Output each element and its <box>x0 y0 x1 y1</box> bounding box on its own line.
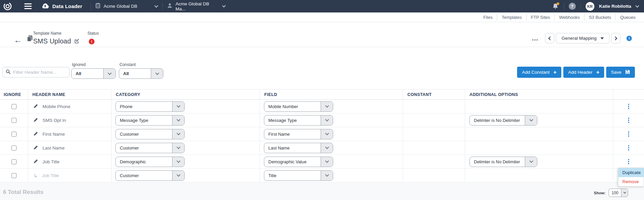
chevron-down-icon <box>172 171 184 180</box>
nav-link-s3-buckets[interactable]: S3 Buckets <box>584 14 616 21</box>
constant-cell <box>403 141 465 155</box>
field-select[interactable]: Message Type <box>264 115 333 126</box>
row-checkbox[interactable] <box>11 118 17 123</box>
chevron-down-icon <box>172 115 184 125</box>
chevron-down-icon <box>321 129 333 139</box>
field-select[interactable]: First Name <box>264 129 333 139</box>
row-checkbox[interactable] <box>11 104 17 109</box>
constant-filter-select[interactable]: All <box>119 68 163 79</box>
row-checkbox[interactable] <box>11 145 17 151</box>
chevron-down-icon <box>321 143 333 153</box>
more-options-icon[interactable]: ... <box>532 35 538 41</box>
nav-link-templates[interactable]: Templates <box>497 14 526 21</box>
row-checkbox[interactable] <box>11 132 17 137</box>
header-filter-search[interactable] <box>2 67 70 77</box>
database-icon <box>96 3 100 10</box>
chevron-down-icon <box>621 189 628 197</box>
category-value: Customer <box>116 132 143 137</box>
category-select[interactable]: Customer <box>115 129 185 139</box>
chevron-down-icon[interactable] <box>635 4 639 7</box>
category-select[interactable]: Demographic <box>115 157 185 167</box>
page-size-select[interactable]: 100 <box>609 189 628 197</box>
pencil-icon[interactable] <box>33 104 38 109</box>
search-input[interactable] <box>13 70 64 75</box>
row-menu-kebab-icon[interactable] <box>627 144 631 152</box>
database-selector[interactable]: Acme Global DB <box>91 0 162 12</box>
divider <box>564 3 564 10</box>
header-name: Job Title <box>42 173 59 178</box>
delimiter-value: Delimter is No Delimiter <box>470 159 524 164</box>
previous-mapping-button[interactable] <box>545 33 554 43</box>
user-avatar[interactable]: KR <box>586 2 594 11</box>
notifications-bell-icon[interactable] <box>552 3 559 10</box>
next-mapping-button[interactable] <box>611 33 620 43</box>
mapping-section-value: General Mapping <box>562 36 597 41</box>
save-button[interactable]: Save <box>606 67 635 78</box>
table-header-row: IGNORE HEADER NAME CATEGORY FIELD CONSTA… <box>0 89 644 100</box>
constant-cell <box>403 169 465 182</box>
copy-template-icon[interactable] <box>27 35 33 43</box>
column-header-ignore: IGNORE <box>0 90 28 99</box>
app-logo-icon[interactable] <box>3 2 12 11</box>
add-header-label: Add Header <box>568 70 592 75</box>
row-menu-kebab-icon[interactable] <box>627 130 631 138</box>
field-select[interactable]: Mobile Number <box>264 101 333 112</box>
context-menu-remove[interactable]: Remove <box>618 177 644 186</box>
back-button[interactable]: ← <box>14 36 22 44</box>
table-row: Mobile Phone Phone Mobile Number <box>0 100 644 113</box>
context-menu-duplicate[interactable]: Duplicate <box>618 168 644 177</box>
add-header-button[interactable]: Add Header + <box>563 67 604 78</box>
add-constant-label: Add Constant <box>522 70 549 75</box>
category-select[interactable]: Customer <box>115 170 185 181</box>
mapping-selector[interactable]: Acme Global DB Ma... <box>163 0 230 12</box>
add-constant-button[interactable]: Add Constant + <box>517 67 561 78</box>
field-select[interactable]: Last Name <box>264 143 333 153</box>
header-name: First Name <box>43 132 65 137</box>
delimiter-select[interactable]: Delimter is No Delimiter <box>469 157 537 167</box>
mapping-section-dropdown[interactable]: General Mapping <box>556 33 610 43</box>
additional-options-cell <box>465 169 613 182</box>
pencil-icon[interactable] <box>33 118 38 123</box>
category-value: Phone <box>116 104 137 109</box>
field-select[interactable]: Title <box>264 170 333 181</box>
help-icon[interactable]: ? <box>569 3 576 10</box>
row-checkbox[interactable] <box>11 173 17 178</box>
pencil-icon[interactable] <box>33 145 38 151</box>
plus-icon: + <box>596 69 599 75</box>
pencil-icon[interactable] <box>33 131 38 137</box>
edit-template-name-icon[interactable] <box>74 38 79 45</box>
pencil-icon[interactable] <box>33 159 38 165</box>
chevron-down-icon <box>222 4 226 7</box>
constant-cell <box>403 155 465 168</box>
total-results: 6 Total Results <box>3 189 44 196</box>
delimiter-select[interactable]: Delimter is No Delimiter <box>469 115 537 126</box>
constant-filter-label: Constant <box>119 62 163 67</box>
row-checkbox[interactable] <box>11 159 17 164</box>
ignored-filter-select[interactable]: All <box>71 68 116 79</box>
info-icon[interactable]: i <box>626 36 632 41</box>
nav-link-ftp-sites[interactable]: FTP Sites <box>526 14 555 21</box>
row-menu-kebab-icon[interactable] <box>627 102 631 110</box>
category-value: Demographic <box>116 159 150 164</box>
row-menu-kebab-icon[interactable] <box>627 116 631 124</box>
nav-link-webhooks[interactable]: Webhooks <box>555 14 584 21</box>
nav-link-queues[interactable]: Queues <box>615 14 640 21</box>
show-label: Show: <box>594 191 606 195</box>
column-header-category: CATEGORY <box>111 90 260 99</box>
row-menu-kebab-icon[interactable] <box>627 158 631 166</box>
category-value: Customer <box>116 145 143 151</box>
header-name: Job Title <box>43 159 59 164</box>
hamburger-menu-icon[interactable] <box>24 3 32 9</box>
category-select[interactable]: Message Type <box>115 115 185 126</box>
column-header-header-name: HEADER NAME <box>28 90 111 99</box>
ignored-filter-label: Ignored <box>72 62 116 67</box>
status-error-icon[interactable]: ! <box>89 39 95 44</box>
nav-link-files[interactable]: Files <box>479 14 497 21</box>
category-select[interactable]: Customer <box>115 143 185 153</box>
chevron-down-icon <box>103 69 115 78</box>
chevron-down-icon <box>172 129 184 139</box>
user-name: Katie Robilotta <box>599 4 631 9</box>
cloud-upload-icon <box>41 3 49 10</box>
field-select[interactable]: Demographic Value <box>264 157 333 167</box>
category-select[interactable]: Phone <box>115 101 185 112</box>
